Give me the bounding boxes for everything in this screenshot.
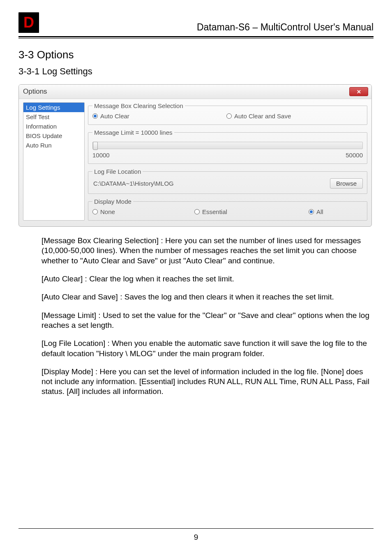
- radio-label-auto-clear-save: Auto Clear and Save: [234, 113, 291, 120]
- group-display-mode: Display Mode None Essential All: [88, 198, 367, 221]
- paragraph-displaymode: [Display Mode] : Here you can set the le…: [42, 367, 369, 397]
- nav-item-information[interactable]: Information: [23, 122, 84, 131]
- nav-item-label: Auto Run: [26, 142, 52, 149]
- nav-item-label: Log Settings: [26, 104, 60, 111]
- doc-title: Dataman-S6 – MultiControl User's Manual: [197, 22, 374, 33]
- radio-label-display-essential: Essential: [202, 208, 227, 215]
- browse-button-label: Browse: [336, 180, 357, 187]
- nav-item-log-settings[interactable]: Log Settings: [23, 103, 84, 112]
- paragraph-logfilelocation: [Log File Location] : When you enable th…: [42, 339, 369, 359]
- section-subheading: 3-3-1 Log Settings: [18, 66, 374, 77]
- paragraph-messagelimit: [Message Limit] : Used to set the value …: [42, 311, 369, 331]
- close-icon: ✕: [357, 89, 361, 95]
- paragraph-autoclear: [Auto Clear] : Clear the log when it rea…: [42, 274, 369, 284]
- radio-display-essential[interactable]: [194, 209, 200, 214]
- radio-label-auto-clear: Auto Clear: [100, 113, 129, 120]
- radio-auto-clear[interactable]: [92, 113, 98, 119]
- options-dialog: Options ✕ Log Settings Self Test Informa…: [18, 84, 372, 227]
- slider-handle[interactable]: [93, 142, 98, 150]
- log-file-path: C:\DATAMA~1\History\MLOG: [92, 179, 327, 188]
- paragraph-msgbox: [Message Box Clearing Selection] : Here …: [42, 236, 369, 266]
- dialog-title: Options: [23, 88, 47, 96]
- group-legend: Log File Location: [92, 168, 143, 175]
- options-nav-list[interactable]: Log Settings Self Test Information BIOS …: [23, 102, 85, 221]
- radio-label-display-all: All: [316, 208, 323, 215]
- slider-max-label: 50000: [346, 152, 363, 159]
- radio-label-display-none: None: [100, 208, 115, 215]
- page-number: 9: [18, 533, 374, 542]
- logo-letter: D: [23, 15, 34, 30]
- slider-min-label: 10000: [92, 152, 110, 159]
- message-limit-slider[interactable]: [92, 142, 363, 149]
- nav-item-auto-run[interactable]: Auto Run: [23, 140, 84, 150]
- paragraph-autoclearsave: [Auto Clear and Save] : Saves the log an…: [42, 292, 369, 302]
- nav-item-label: Information: [26, 123, 57, 130]
- group-message-box-clearing: Message Box Clearing Selection Auto Clea…: [88, 102, 367, 125]
- header-rule-thick: [18, 36, 374, 37]
- browse-button[interactable]: Browse: [330, 178, 363, 189]
- nav-item-label: BIOS Update: [26, 132, 62, 139]
- radio-display-all[interactable]: [309, 209, 314, 214]
- close-button[interactable]: ✕: [349, 87, 368, 96]
- group-message-limit: Message Limit = 10000 lines 10000 50000: [88, 129, 367, 164]
- group-legend: Display Mode: [92, 198, 133, 205]
- nav-item-bios-update[interactable]: BIOS Update: [23, 131, 84, 140]
- radio-display-none[interactable]: [92, 209, 98, 214]
- group-log-file-location: Log File Location C:\DATAMA~1\History\ML…: [88, 168, 367, 194]
- group-legend: Message Limit = 10000 lines: [92, 129, 174, 136]
- header-rule-thin: [18, 38, 374, 39]
- nav-item-self-test[interactable]: Self Test: [23, 112, 84, 122]
- group-legend: Message Box Clearing Selection: [92, 102, 185, 109]
- section-heading: 3-3 Options: [18, 48, 374, 61]
- logo: D: [18, 12, 39, 33]
- dialog-title-bar: Options ✕: [19, 85, 371, 99]
- nav-item-label: Self Test: [26, 113, 49, 120]
- footer-rule: [18, 528, 374, 529]
- radio-auto-clear-save[interactable]: [226, 113, 232, 119]
